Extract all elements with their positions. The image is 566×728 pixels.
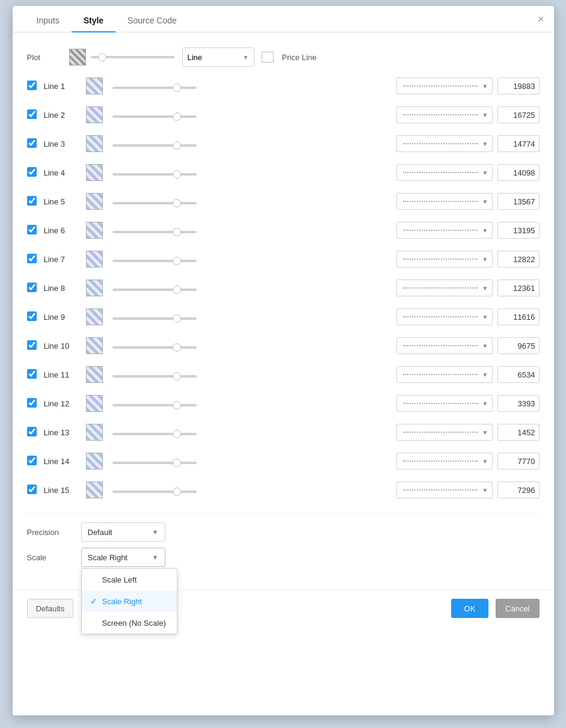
line-3-value-input[interactable] (497, 135, 540, 152)
line-14-style-arrow: ▼ (482, 458, 488, 465)
line-4-checkbox[interactable] (27, 167, 37, 177)
line-10-checkbox[interactable] (27, 340, 37, 350)
line-2-checkbox[interactable] (27, 109, 37, 119)
tab-inputs[interactable]: Inputs (25, 6, 72, 32)
line-10-style-select[interactable]: ▼ (396, 337, 493, 354)
line-7-color-swatch[interactable] (86, 251, 103, 268)
line-9-color-swatch[interactable] (86, 308, 103, 325)
tab-source-code[interactable]: Source Code (115, 6, 189, 32)
line-5-color-swatch[interactable] (86, 193, 103, 210)
ok-button[interactable]: OK (451, 599, 489, 618)
line-11-checkbox[interactable] (27, 369, 37, 379)
line-13-color-swatch[interactable] (86, 424, 103, 441)
line-5-value-input[interactable] (497, 193, 540, 210)
line-6-slider[interactable] (112, 231, 197, 233)
line-7-checkbox[interactable] (27, 254, 37, 263)
line-4-style-select[interactable]: ▼ (396, 164, 493, 181)
scale-option-right[interactable]: ✓ Scale Right (82, 590, 177, 612)
line-9-style-select[interactable]: ▼ (396, 308, 493, 325)
line-2-slider[interactable] (112, 115, 197, 118)
line-5-style-select[interactable]: ▼ (396, 193, 493, 210)
plot-color-swatch[interactable] (69, 49, 86, 66)
line-9-checkbox[interactable] (27, 311, 37, 321)
line-3-color-swatch[interactable] (86, 135, 103, 152)
close-button[interactable]: × (538, 14, 544, 25)
line-13-style-select[interactable]: ▼ (396, 424, 493, 441)
line-11-slider[interactable] (112, 375, 197, 378)
line-9-value-input[interactable] (497, 308, 540, 325)
line-14-style-select[interactable]: ▼ (396, 453, 493, 470)
line-11-style-select[interactable]: ▼ (396, 366, 493, 383)
line-6-style-select[interactable]: ▼ (396, 222, 493, 239)
line-3-slider[interactable] (112, 144, 197, 147)
scale-option-left[interactable]: Scale Left (82, 569, 177, 590)
line-12-value-input[interactable] (497, 395, 540, 412)
scale-option-none[interactable]: Screen (No Scale) (82, 612, 177, 634)
line-6-value-input[interactable] (497, 222, 540, 239)
line-12-slider[interactable] (112, 404, 197, 406)
line-2-color-swatch[interactable] (86, 106, 103, 123)
line-11-color-swatch[interactable] (86, 366, 103, 383)
line-15-checkbox[interactable] (27, 485, 37, 494)
precision-select[interactable]: Default ▼ (81, 522, 165, 542)
line-6-color-swatch[interactable] (86, 222, 103, 239)
line-9-slider[interactable] (112, 317, 197, 320)
price-line-checkbox[interactable] (262, 52, 274, 63)
line-1-label: Line 1 (44, 82, 86, 91)
line-8-color-swatch[interactable] (86, 280, 103, 296)
line-12-color-swatch[interactable] (86, 395, 103, 412)
line-14-checkbox[interactable] (27, 456, 37, 465)
line-14-value-input[interactable] (497, 453, 540, 470)
line-4-color-swatch[interactable] (86, 164, 103, 181)
line-12-style-select[interactable]: ▼ (396, 395, 493, 412)
line-2-value-input[interactable] (497, 106, 540, 123)
line-12-checkbox[interactable] (27, 398, 37, 408)
line-10-value-input[interactable] (497, 337, 540, 354)
line-13-value-input[interactable] (497, 424, 540, 441)
plot-type-select[interactable]: Line ▼ (182, 47, 254, 67)
line-4-value-input[interactable] (497, 164, 540, 181)
line-2-style-select[interactable]: ▼ (396, 106, 493, 123)
line-8-value-input[interactable] (497, 280, 540, 296)
line-1-value-input[interactable] (497, 78, 540, 94)
line-1-style-select[interactable]: ▼ (396, 78, 493, 94)
line-15-label: Line 15 (44, 486, 86, 495)
line-3-style-select[interactable]: ▼ (396, 135, 493, 152)
line-4-slider[interactable] (112, 173, 197, 176)
line-4-value-col (497, 164, 540, 181)
plot-opacity-slider[interactable] (91, 56, 175, 58)
line-row-15: Line 15 ▼ (27, 477, 540, 503)
line-14-color-swatch[interactable] (86, 453, 103, 470)
tab-style[interactable]: Style (72, 6, 115, 32)
line-3-checkbox[interactable] (27, 138, 37, 148)
cancel-button[interactable]: Cancel (496, 599, 539, 618)
line-1-color-swatch[interactable] (86, 78, 103, 94)
line-11-value-input[interactable] (497, 366, 540, 383)
line-5-slider[interactable] (112, 202, 197, 204)
line-9-style-arrow: ▼ (482, 314, 488, 320)
line-5-checkbox[interactable] (27, 196, 37, 206)
line-15-style-select[interactable]: ▼ (396, 482, 493, 498)
line-8-slider[interactable] (112, 289, 197, 291)
line-15-slider[interactable] (112, 491, 197, 493)
line-7-slider[interactable] (112, 260, 197, 262)
line-8-style-select[interactable]: ▼ (396, 280, 493, 296)
defaults-button[interactable]: Defaults (27, 599, 74, 618)
line-7-style-select[interactable]: ▼ (396, 251, 493, 268)
line-1-slider[interactable] (112, 87, 197, 89)
scale-select[interactable]: Scale Right ▼ (81, 548, 165, 567)
line-7-value-input[interactable] (497, 251, 540, 268)
footer-actions: OK Cancel (451, 599, 540, 618)
line-10-color-swatch[interactable] (86, 337, 103, 354)
line-15-value-input[interactable] (497, 482, 540, 498)
line-15-color-swatch[interactable] (86, 482, 103, 498)
line-10-slider[interactable] (112, 346, 197, 349)
line-13-slider[interactable] (112, 433, 197, 435)
line-8-checkbox[interactable] (27, 283, 37, 292)
line-1-checkbox[interactable] (27, 81, 37, 90)
line-6-checkbox[interactable] (27, 225, 37, 234)
line-6-value-col (497, 222, 540, 239)
line-14-slider[interactable] (112, 462, 197, 464)
line-13-checkbox[interactable] (27, 427, 37, 436)
line-10-style-preview (403, 345, 478, 346)
